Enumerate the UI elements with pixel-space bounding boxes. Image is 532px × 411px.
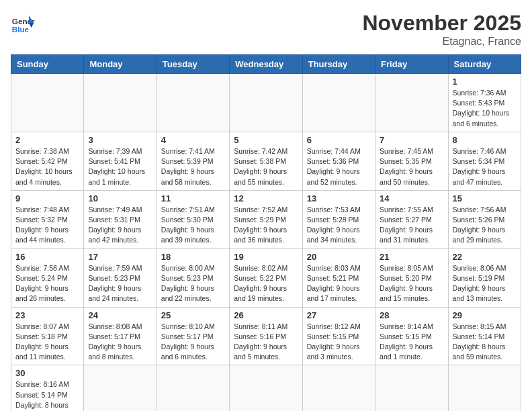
day-info: Sunrise: 8:05 AM Sunset: 5:20 PM Dayligh… <box>380 263 443 304</box>
calendar-cell <box>375 365 448 411</box>
calendar-cell: 29Sunrise: 8:15 AM Sunset: 5:14 PM Dayli… <box>448 307 521 365</box>
day-info: Sunrise: 7:59 AM Sunset: 5:23 PM Dayligh… <box>88 263 152 304</box>
day-info: Sunrise: 7:58 AM Sunset: 5:24 PM Dayligh… <box>15 263 79 304</box>
calendar-cell <box>230 365 302 411</box>
day-info: Sunrise: 7:39 AM Sunset: 5:41 PM Dayligh… <box>88 146 152 187</box>
calendar-table: SundayMondayTuesdayWednesdayThursdayFrid… <box>11 54 521 411</box>
day-number: 15 <box>453 193 517 203</box>
calendar-week-row: 23Sunrise: 8:07 AM Sunset: 5:18 PM Dayli… <box>11 307 521 365</box>
calendar-cell: 27Sunrise: 8:12 AM Sunset: 5:15 PM Dayli… <box>302 307 375 365</box>
day-info: Sunrise: 8:16 AM Sunset: 5:14 PM Dayligh… <box>15 379 79 411</box>
day-info: Sunrise: 7:42 AM Sunset: 5:38 PM Dayligh… <box>234 146 298 187</box>
calendar-cell: 10Sunrise: 7:49 AM Sunset: 5:31 PM Dayli… <box>84 190 157 248</box>
day-number: 10 <box>88 193 152 203</box>
day-number: 8 <box>453 135 517 145</box>
weekday-header-saturday: Saturday <box>448 55 521 74</box>
day-number: 18 <box>161 252 225 262</box>
day-info: Sunrise: 8:14 AM Sunset: 5:15 PM Dayligh… <box>380 322 443 363</box>
day-info: Sunrise: 7:51 AM Sunset: 5:30 PM Dayligh… <box>161 205 225 246</box>
day-number: 29 <box>453 310 517 320</box>
day-info: Sunrise: 8:11 AM Sunset: 5:16 PM Dayligh… <box>234 322 298 363</box>
day-number: 9 <box>15 193 79 203</box>
calendar-cell <box>11 74 84 132</box>
weekday-header-friday: Friday <box>375 55 448 74</box>
day-info: Sunrise: 7:56 AM Sunset: 5:26 PM Dayligh… <box>453 205 517 246</box>
day-number: 25 <box>161 310 225 320</box>
weekday-header-wednesday: Wednesday <box>230 55 302 74</box>
day-info: Sunrise: 7:55 AM Sunset: 5:27 PM Dayligh… <box>380 205 443 246</box>
day-number: 13 <box>307 193 371 203</box>
calendar-week-row: 9Sunrise: 7:48 AM Sunset: 5:32 PM Daylig… <box>11 190 521 248</box>
calendar-cell: 22Sunrise: 8:06 AM Sunset: 5:19 PM Dayli… <box>448 248 521 307</box>
logo-icon: General Blue <box>11 11 35 35</box>
calendar-cell: 14Sunrise: 7:55 AM Sunset: 5:27 PM Dayli… <box>375 190 448 248</box>
calendar-cell: 20Sunrise: 8:03 AM Sunset: 5:21 PM Dayli… <box>302 248 375 307</box>
calendar-cell: 2Sunrise: 7:38 AM Sunset: 5:42 PM Daylig… <box>11 132 84 190</box>
calendar-cell: 7Sunrise: 7:45 AM Sunset: 5:35 PM Daylig… <box>375 132 448 190</box>
day-number: 5 <box>234 135 298 145</box>
calendar-cell <box>230 74 302 132</box>
day-info: Sunrise: 8:15 AM Sunset: 5:14 PM Dayligh… <box>453 322 517 363</box>
day-number: 19 <box>234 252 298 262</box>
calendar-cell: 19Sunrise: 8:02 AM Sunset: 5:22 PM Dayli… <box>230 248 302 307</box>
calendar-cell: 9Sunrise: 7:48 AM Sunset: 5:32 PM Daylig… <box>11 190 84 248</box>
calendar-week-row: 1Sunrise: 7:36 AM Sunset: 5:43 PM Daylig… <box>11 74 521 132</box>
day-info: Sunrise: 7:49 AM Sunset: 5:31 PM Dayligh… <box>88 205 152 246</box>
calendar-cell <box>157 365 229 411</box>
calendar-cell: 21Sunrise: 8:05 AM Sunset: 5:20 PM Dayli… <box>375 248 448 307</box>
logo: General Blue <box>11 11 35 35</box>
day-number: 2 <box>15 135 79 145</box>
calendar-week-row: 30Sunrise: 8:16 AM Sunset: 5:14 PM Dayli… <box>11 365 521 411</box>
day-info: Sunrise: 7:45 AM Sunset: 5:35 PM Dayligh… <box>380 146 443 187</box>
day-info: Sunrise: 8:06 AM Sunset: 5:19 PM Dayligh… <box>453 263 517 304</box>
calendar-cell <box>157 74 229 132</box>
day-info: Sunrise: 8:10 AM Sunset: 5:17 PM Dayligh… <box>161 322 225 363</box>
weekday-header-thursday: Thursday <box>302 55 375 74</box>
calendar-cell <box>84 365 157 411</box>
month-title: November 2025 <box>362 11 521 36</box>
calendar-cell: 24Sunrise: 8:08 AM Sunset: 5:17 PM Dayli… <box>84 307 157 365</box>
calendar-cell <box>84 74 157 132</box>
day-info: Sunrise: 7:36 AM Sunset: 5:43 PM Dayligh… <box>453 88 517 129</box>
calendar-cell: 15Sunrise: 7:56 AM Sunset: 5:26 PM Dayli… <box>448 190 521 248</box>
day-number: 7 <box>380 135 443 145</box>
day-number: 26 <box>234 310 298 320</box>
day-number: 27 <box>307 310 371 320</box>
day-info: Sunrise: 7:41 AM Sunset: 5:39 PM Dayligh… <box>161 146 225 187</box>
day-number: 23 <box>15 310 79 320</box>
calendar-cell <box>302 365 375 411</box>
calendar-cell: 26Sunrise: 8:11 AM Sunset: 5:16 PM Dayli… <box>230 307 302 365</box>
calendar-cell: 11Sunrise: 7:51 AM Sunset: 5:30 PM Dayli… <box>157 190 229 248</box>
calendar-cell: 28Sunrise: 8:14 AM Sunset: 5:15 PM Dayli… <box>375 307 448 365</box>
day-info: Sunrise: 7:48 AM Sunset: 5:32 PM Dayligh… <box>15 205 79 246</box>
day-info: Sunrise: 7:52 AM Sunset: 5:29 PM Dayligh… <box>234 205 298 246</box>
calendar-cell: 25Sunrise: 8:10 AM Sunset: 5:17 PM Dayli… <box>157 307 229 365</box>
day-number: 6 <box>307 135 371 145</box>
location-title: Etagnac, France <box>362 36 521 48</box>
calendar-cell <box>448 365 521 411</box>
calendar-cell: 13Sunrise: 7:53 AM Sunset: 5:28 PM Dayli… <box>302 190 375 248</box>
calendar-cell: 18Sunrise: 8:00 AM Sunset: 5:23 PM Dayli… <box>157 248 229 307</box>
svg-text:Blue: Blue <box>12 25 30 34</box>
day-info: Sunrise: 7:53 AM Sunset: 5:28 PM Dayligh… <box>307 205 371 246</box>
day-number: 3 <box>88 135 152 145</box>
day-info: Sunrise: 7:44 AM Sunset: 5:36 PM Dayligh… <box>307 146 371 187</box>
weekday-header-tuesday: Tuesday <box>157 55 229 74</box>
calendar-cell: 8Sunrise: 7:46 AM Sunset: 5:34 PM Daylig… <box>448 132 521 190</box>
day-info: Sunrise: 8:02 AM Sunset: 5:22 PM Dayligh… <box>234 263 298 304</box>
calendar-cell <box>375 74 448 132</box>
title-block: November 2025 Etagnac, France <box>362 11 521 48</box>
weekday-header-sunday: Sunday <box>11 55 84 74</box>
day-info: Sunrise: 7:38 AM Sunset: 5:42 PM Dayligh… <box>15 146 79 187</box>
calendar-week-row: 2Sunrise: 7:38 AM Sunset: 5:42 PM Daylig… <box>11 132 521 190</box>
weekday-header-monday: Monday <box>84 55 157 74</box>
day-number: 20 <box>307 252 371 262</box>
page-header: General Blue November 2025 Etagnac, Fran… <box>11 11 521 48</box>
day-number: 12 <box>234 193 298 203</box>
day-number: 1 <box>453 77 517 87</box>
day-number: 17 <box>88 252 152 262</box>
day-number: 22 <box>453 252 517 262</box>
day-info: Sunrise: 8:03 AM Sunset: 5:21 PM Dayligh… <box>307 263 371 304</box>
day-info: Sunrise: 8:00 AM Sunset: 5:23 PM Dayligh… <box>161 263 225 304</box>
day-number: 14 <box>380 193 443 203</box>
